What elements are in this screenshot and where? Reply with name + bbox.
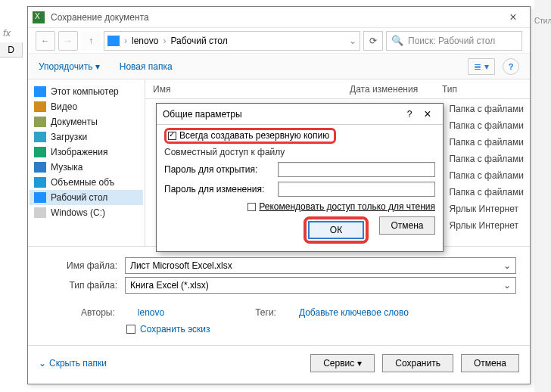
nav-up-button[interactable]: ↑ <box>81 31 101 51</box>
nav-forward-button[interactable]: → <box>58 31 78 51</box>
tree-documents[interactable]: Документы <box>30 114 143 129</box>
file-type-column-values: Папка с файлами Папка с файлами Папка с … <box>449 101 524 234</box>
refresh-button[interactable]: ⟳ <box>363 31 383 51</box>
general-options-dialog: Общие параметры ? × Всегда создавать рез… <box>156 103 444 252</box>
search-input[interactable]: 🔍 Поиск: Рабочий стол <box>386 31 522 51</box>
dialog-title: Сохранение документа <box>51 12 501 23</box>
search-icon: 🔍 <box>391 35 403 46</box>
chevron-down-icon[interactable]: ⌄ <box>349 36 356 46</box>
tree-pictures[interactable]: Изображения <box>30 145 143 160</box>
tags-value[interactable]: Добавьте ключевое слово <box>299 307 409 318</box>
col-name[interactable]: Имя <box>145 84 342 95</box>
new-folder-button[interactable]: Новая папка <box>120 61 173 72</box>
modal-cancel-button[interactable]: Отмена <box>379 216 435 235</box>
password-open-label: Пароль для открытия: <box>164 164 278 175</box>
readonly-checkbox[interactable] <box>247 203 256 211</box>
nav-back-button[interactable]: ← <box>36 31 55 51</box>
filetype-label: Тип файла: <box>42 280 125 291</box>
toolbar: Упорядочить ▾ Новая папка ≣ ▾ ? <box>28 54 530 79</box>
chevron-down-icon: ⌄ <box>39 358 46 369</box>
organize-menu[interactable]: Упорядочить ▾ <box>39 61 100 72</box>
excel-icon <box>33 11 45 23</box>
authors-label: Авторы: <box>81 307 115 318</box>
chevron-right-icon: › <box>163 36 166 46</box>
highlight-backup-option: Всегда создавать резервную копию <box>164 128 336 144</box>
password-open-input[interactable] <box>278 162 435 177</box>
col-type[interactable]: Тип <box>434 84 530 95</box>
filename-label: Имя файла: <box>42 260 125 271</box>
save-thumbnail-checkbox[interactable] <box>126 325 135 334</box>
save-thumbnail-label: Сохранить эскиз <box>140 324 210 334</box>
tree-videos[interactable]: Видео <box>30 99 143 114</box>
service-menu[interactable]: Сервис▾ <box>310 354 375 372</box>
modal-title: Общие параметры <box>163 109 242 120</box>
address-bar-row: ← → ↑ › lenovo › Рабочий стол ⌄ ⟳ 🔍 Поис… <box>28 28 530 54</box>
formula-bar-fx: fx <box>3 27 11 39</box>
ribbon-fragment: Стил <box>534 0 551 392</box>
crumb-user[interactable]: lenovo <box>132 36 158 46</box>
readonly-label: Рекомендовать доступ только для чтения <box>259 201 435 212</box>
crumb-desktop[interactable]: Рабочий стол <box>170 36 227 46</box>
file-sharing-label: Совместный доступ к файлу <box>164 147 435 157</box>
breadcrumb[interactable]: › lenovo › Рабочий стол ⌄ <box>104 31 360 51</box>
col-date[interactable]: Дата изменения <box>342 84 434 95</box>
tree-3d[interactable]: Объемные объ <box>30 175 143 190</box>
tree-this-pc[interactable]: Этот компьютер <box>30 84 143 99</box>
hide-folders-toggle[interactable]: ⌄ Скрыть папки <box>39 358 107 369</box>
chevron-right-icon: › <box>124 36 127 46</box>
modal-close-button[interactable]: × <box>419 107 437 121</box>
ok-button[interactable]: ОК <box>308 221 364 239</box>
nav-tree: Этот компьютер Видео Документы Загрузки … <box>28 79 145 246</box>
tree-desktop[interactable]: Рабочий стол <box>30 190 143 205</box>
tags-label: Теги: <box>255 307 276 318</box>
always-backup-label: Всегда создавать резервную копию <box>179 130 329 141</box>
filename-input[interactable]: Лист Microsoft Excel.xlsx⌄ <box>125 257 516 274</box>
tree-windows-c[interactable]: Windows (C:) <box>30 205 143 220</box>
tree-downloads[interactable]: Загрузки <box>30 129 143 145</box>
titlebar: Сохранение документа × <box>28 7 530 28</box>
modal-help-button[interactable]: ? <box>400 109 419 120</box>
view-mode-button[interactable]: ≣ ▾ <box>468 58 495 75</box>
drive-icon <box>107 36 120 46</box>
help-button[interactable]: ? <box>503 58 519 75</box>
tree-music[interactable]: Музыка <box>30 160 143 175</box>
filetype-select[interactable]: Книга Excel (*.xlsx)⌄ <box>125 277 516 294</box>
authors-value[interactable]: lenovo <box>138 307 164 318</box>
column-header-d: D <box>0 42 23 58</box>
password-modify-input[interactable] <box>278 182 435 197</box>
password-modify-label: Пароль для изменения: <box>164 184 278 194</box>
highlight-ok-button: ОК <box>304 216 369 244</box>
search-placeholder: Поиск: Рабочий стол <box>408 36 495 46</box>
close-icon[interactable]: × <box>501 11 525 24</box>
cancel-button[interactable]: Отмена <box>461 354 519 372</box>
save-button[interactable]: Сохранить <box>382 354 453 372</box>
always-backup-checkbox[interactable] <box>168 132 176 140</box>
